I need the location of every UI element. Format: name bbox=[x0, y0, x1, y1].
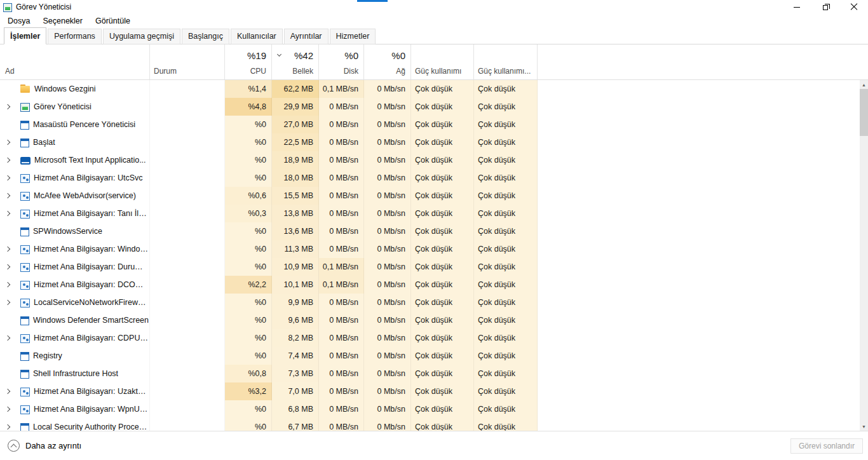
column-header-status[interactable]: Durum bbox=[150, 44, 225, 79]
expand-chevron-icon[interactable] bbox=[3, 265, 14, 269]
mem-cell: 10,9 MB bbox=[272, 258, 319, 276]
titlebar[interactable]: Görev Yöneticisi bbox=[0, 0, 868, 14]
table-row[interactable]: SPWindowsService%013,6 MB0 MB/sn0 Mb/snÇ… bbox=[0, 222, 868, 240]
process-name-cell[interactable]: Başlat bbox=[0, 133, 150, 151]
process-name-cell[interactable]: Microsoft Text Input Applicatio... bbox=[0, 151, 150, 169]
process-name-cell[interactable]: SPWindowsService bbox=[0, 222, 150, 240]
process-name-cell[interactable]: Hizmet Ana Bilgisayarı: UtcSvc bbox=[0, 169, 150, 187]
column-header-power-usage[interactable]: Güç kullanımı bbox=[411, 44, 474, 79]
menu-item-goruntule[interactable]: Görüntüle bbox=[89, 15, 137, 27]
expand-chevron-icon[interactable] bbox=[3, 158, 14, 162]
table-row[interactable]: Hizmet Ana Bilgisayarı: Window...%011,3 … bbox=[0, 240, 868, 258]
table-row[interactable]: Hizmet Ana Bilgisayarı: WpnUse...%06,8 M… bbox=[0, 400, 868, 418]
tab-hizmetler[interactable]: Hizmetler bbox=[330, 29, 376, 44]
table-row[interactable]: Windows Gezgini%1,462,2 MB0,1 MB/sn0 Mb/… bbox=[0, 80, 868, 98]
network-total-percent: %0 bbox=[391, 50, 405, 61]
power-trend-cell: Çok düşük bbox=[474, 187, 538, 205]
power-cell: Çok düşük bbox=[411, 276, 474, 294]
process-name-cell[interactable]: Hizmet Ana Bilgisayarı: CDPUse... bbox=[0, 329, 150, 347]
power-trend-cell: Çok düşük bbox=[474, 133, 538, 151]
restore-button[interactable] bbox=[811, 0, 839, 14]
column-header-memory[interactable]: %42 Bellek bbox=[272, 44, 319, 79]
expand-chevron-icon[interactable] bbox=[3, 407, 14, 411]
power-trend-cell: Çok düşük bbox=[474, 329, 538, 347]
cpu-cell: %0,8 bbox=[225, 365, 272, 382]
tab-islemler[interactable]: İşlemler bbox=[4, 27, 46, 44]
table-row[interactable]: Local Security Authority Process...%06,7… bbox=[0, 418, 868, 431]
table-row[interactable]: Görev Yöneticisi%4,829,9 MB0 MB/sn0 Mb/s… bbox=[0, 98, 868, 116]
expand-chevron-icon[interactable] bbox=[3, 336, 14, 340]
table-row[interactable]: Hizmet Ana Bilgisayarı: Uzaktan ...%3,27… bbox=[0, 382, 868, 400]
menu-item-secenekler[interactable]: Seçenekler bbox=[36, 15, 89, 27]
column-header-name[interactable]: Ad bbox=[0, 44, 150, 79]
expand-chevron-icon[interactable] bbox=[3, 194, 14, 198]
process-name-cell[interactable]: Registry bbox=[0, 347, 150, 365]
power-cell: Çok düşük bbox=[411, 418, 474, 431]
table-row[interactable]: Hizmet Ana Bilgisayarı: UtcSvc%018,0 MB0… bbox=[0, 169, 868, 187]
task-manager-app-icon bbox=[3, 3, 12, 12]
table-row[interactable]: Shell Infrastructure Host%0,87,3 MB0 MB/… bbox=[0, 365, 868, 382]
tab-kullanicilar[interactable]: Kullanıcılar bbox=[231, 29, 283, 44]
process-name: Windows Gezgini bbox=[34, 85, 96, 93]
expand-chevron-icon[interactable] bbox=[3, 425, 14, 429]
expand-chevron-icon[interactable] bbox=[3, 247, 14, 251]
process-name: Görev Yöneticisi bbox=[34, 102, 92, 111]
table-row[interactable]: Başlat%022,5 MB0 MB/sn0 Mb/snÇok düşükÇo… bbox=[0, 133, 868, 151]
column-header-disk[interactable]: %0 Disk bbox=[319, 44, 364, 79]
table-row[interactable]: Hizmet Ana Bilgisayarı: Durum ...%010,9 … bbox=[0, 258, 868, 276]
power-cell: Çok düşük bbox=[411, 240, 474, 258]
fewer-details-toggle[interactable]: Daha az ayrıntı bbox=[8, 440, 81, 452]
tab-uygulama-gecmisi[interactable]: Uygulama geçmişi bbox=[103, 29, 180, 44]
table-row[interactable]: Masaüstü Pencere Yöneticisi%027,0 MB0 MB… bbox=[0, 116, 868, 133]
table-row[interactable]: Hizmet Ana Bilgisayarı: CDPUse...%08,2 M… bbox=[0, 329, 868, 347]
process-table-body: Windows Gezgini%1,462,2 MB0,1 MB/sn0 Mb/… bbox=[0, 80, 868, 431]
menu-item-dosya[interactable]: Dosya bbox=[1, 15, 36, 27]
process-name-cell[interactable]: Hizmet Ana Bilgisayarı: Durum ... bbox=[0, 258, 150, 276]
table-row[interactable]: Windows Defender SmartScreen%09,6 MB0 MB… bbox=[0, 311, 868, 329]
net-cell: 0 Mb/sn bbox=[364, 222, 411, 240]
status-cell bbox=[150, 240, 225, 258]
expand-chevron-icon[interactable] bbox=[3, 105, 14, 109]
column-header-cpu[interactable]: %19 CPU bbox=[225, 44, 272, 79]
table-row[interactable]: Registry%07,4 MB0 MB/sn0 Mb/snÇok düşükÇ… bbox=[0, 347, 868, 365]
tab-baslangic[interactable]: Başlangıç bbox=[182, 29, 229, 44]
close-button[interactable] bbox=[839, 0, 868, 14]
table-row[interactable]: Hizmet Ana Bilgisayarı: Tanı İlke...%0,3… bbox=[0, 205, 868, 222]
memory-total-percent: %42 bbox=[294, 50, 313, 61]
process-name-cell[interactable]: Görev Yöneticisi bbox=[0, 98, 150, 116]
process-name-cell[interactable]: Local Security Authority Process... bbox=[0, 418, 150, 431]
column-header-network[interactable]: %0 Ağ bbox=[364, 44, 411, 79]
scroll-up-icon[interactable]: ▲ bbox=[860, 80, 868, 89]
mem-cell: 6,7 MB bbox=[272, 418, 319, 431]
column-header-power-usage-trend[interactable]: Güç kullanımı... bbox=[474, 44, 538, 79]
process-name-cell[interactable]: Hizmet Ana Bilgisayarı: WpnUse... bbox=[0, 400, 150, 418]
process-name-cell[interactable]: Shell Infrastructure Host bbox=[0, 365, 150, 382]
expand-chevron-icon[interactable] bbox=[3, 301, 14, 304]
expand-chevron-icon[interactable] bbox=[3, 140, 14, 144]
minimize-button[interactable] bbox=[782, 0, 811, 14]
tab-ayrintilar[interactable]: Ayrıntılar bbox=[284, 29, 329, 44]
process-name-cell[interactable]: Masaüstü Pencere Yöneticisi bbox=[0, 116, 150, 133]
process-name-cell[interactable]: Hizmet Ana Bilgisayarı: Tanı İlke... bbox=[0, 205, 150, 222]
vertical-scrollbar[interactable]: ▲ ▼ bbox=[860, 80, 868, 431]
scrollbar-thumb[interactable] bbox=[860, 89, 868, 136]
process-name-cell[interactable]: LocalServiceNoNetworkFirewall ... bbox=[0, 294, 150, 311]
expand-chevron-icon[interactable] bbox=[3, 212, 14, 215]
end-task-button[interactable]: Görevi sonlandır bbox=[790, 438, 863, 454]
expand-chevron-icon[interactable] bbox=[3, 389, 14, 393]
tab-performans[interactable]: Performans bbox=[48, 29, 102, 44]
table-row[interactable]: Hizmet Ana Bilgisayarı: DCOM S...%2,210,… bbox=[0, 276, 868, 294]
expand-chevron-icon[interactable] bbox=[3, 283, 14, 287]
service-icon bbox=[20, 281, 30, 290]
process-name-cell[interactable]: Hizmet Ana Bilgisayarı: DCOM S... bbox=[0, 276, 150, 294]
expand-chevron-icon[interactable] bbox=[3, 176, 14, 180]
process-name-cell[interactable]: Windows Defender SmartScreen bbox=[0, 311, 150, 329]
process-name-cell[interactable]: McAfee WebAdvisor(service) bbox=[0, 187, 150, 205]
table-row[interactable]: McAfee WebAdvisor(service)%0,615,5 MB0 M… bbox=[0, 187, 868, 205]
process-name-cell[interactable]: Windows Gezgini bbox=[0, 80, 150, 98]
table-row[interactable]: Microsoft Text Input Applicatio...%018,9… bbox=[0, 151, 868, 169]
process-name-cell[interactable]: Hizmet Ana Bilgisayarı: Uzaktan ... bbox=[0, 382, 150, 400]
process-name-cell[interactable]: Hizmet Ana Bilgisayarı: Window... bbox=[0, 240, 150, 258]
scroll-down-icon[interactable]: ▼ bbox=[860, 422, 868, 431]
table-row[interactable]: LocalServiceNoNetworkFirewall ...%09,9 M… bbox=[0, 294, 868, 311]
